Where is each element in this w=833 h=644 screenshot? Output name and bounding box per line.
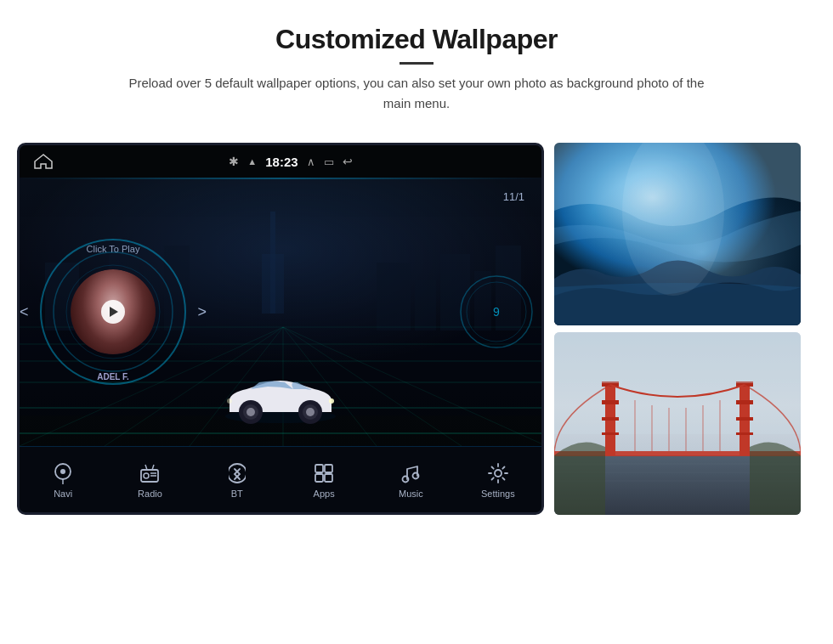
car-3d-svg <box>212 357 348 433</box>
svg-point-36 <box>329 398 334 404</box>
play-button[interactable] <box>101 300 125 324</box>
svg-point-54 <box>495 470 502 477</box>
navi-icon <box>51 461 75 485</box>
svg-rect-48 <box>315 465 323 472</box>
svg-point-47 <box>229 464 246 483</box>
music-label: Music <box>399 489 423 499</box>
page-title: Customized Wallpaper <box>128 24 706 55</box>
music-player: Click To Play ADEL F. <box>37 235 190 388</box>
svg-rect-67 <box>602 400 619 404</box>
time-display: 18:23 <box>265 155 298 169</box>
apps-label: Apps <box>314 489 335 499</box>
nav-item-radio[interactable]: Radio <box>116 461 184 499</box>
nav-item-settings[interactable]: Settings <box>464 461 532 499</box>
svg-rect-74 <box>736 432 753 435</box>
signal-icon: ▲ <box>247 156 257 167</box>
svg-rect-49 <box>325 465 332 472</box>
back-status-icon: ↩ <box>343 155 353 168</box>
page-subtitle: Preload over 5 default wallpaper options… <box>128 73 706 114</box>
car-screen: ✱ ▲ 18:23 ∧ ▭ ↩ <box>17 143 544 515</box>
svg-point-32 <box>246 408 255 416</box>
nav-item-bt[interactable]: BT <box>203 461 271 499</box>
expand-status-icon: ∧ <box>307 155 315 168</box>
nav-item-music[interactable]: Music <box>377 461 445 499</box>
bt-label: BT <box>231 489 243 499</box>
play-triangle-icon <box>110 307 118 317</box>
music-icon <box>399 461 422 485</box>
svg-rect-81 <box>554 332 801 383</box>
svg-rect-50 <box>315 474 323 482</box>
svg-rect-68 <box>602 417 619 421</box>
nav-bar: Navi Radio <box>20 446 541 512</box>
home-icon <box>33 153 54 170</box>
navi-label: Navi <box>54 489 72 499</box>
right-gauge-svg: 9 <box>458 274 535 350</box>
content-area: ✱ ▲ 18:23 ∧ ▭ ↩ <box>17 143 816 515</box>
bluetooth-status-icon: ✱ <box>229 155 239 168</box>
status-bar: ✱ ▲ 18:23 ∧ ▭ ↩ <box>20 145 541 178</box>
page-container: Customized Wallpaper Preload over 5 defa… <box>0 0 833 644</box>
svg-point-35 <box>306 408 314 416</box>
window-status-icon: ▭ <box>324 155 334 168</box>
svg-rect-72 <box>736 400 753 404</box>
svg-text:9: 9 <box>493 305 500 319</box>
settings-icon <box>486 461 510 485</box>
golden-gate-image <box>554 332 801 515</box>
nav-item-apps[interactable]: Apps <box>290 461 358 499</box>
ice-cave-image <box>554 143 801 325</box>
next-button[interactable]: > <box>197 303 207 321</box>
album-art <box>71 269 156 354</box>
svg-rect-69 <box>602 432 619 435</box>
status-center: ✱ ▲ 18:23 ∧ ▭ ↩ <box>229 155 352 169</box>
title-section: Customized Wallpaper Preload over 5 defa… <box>128 24 706 114</box>
bt-icon <box>225 461 249 485</box>
apps-icon <box>312 461 336 485</box>
svg-rect-51 <box>325 474 332 482</box>
wallpaper-thumb-ice[interactable] <box>554 143 801 325</box>
svg-point-37 <box>227 398 232 404</box>
screen-main: Click To Play ADEL F. <box>20 178 541 446</box>
prev-button[interactable]: < <box>20 303 29 321</box>
svg-point-42 <box>60 469 65 474</box>
settings-label: Settings <box>481 489 515 499</box>
radio-icon <box>138 461 162 485</box>
radio-label: Radio <box>138 489 162 499</box>
nav-item-navi[interactable]: Navi <box>29 461 97 499</box>
artist-name: ADEL F. <box>97 372 129 381</box>
wallpaper-thumbnails <box>554 143 801 515</box>
date-overlay: 11/1 <box>503 190 524 203</box>
title-divider <box>400 62 434 65</box>
wallpaper-thumb-bridge[interactable] <box>554 332 801 515</box>
svg-rect-73 <box>736 417 753 421</box>
svg-point-44 <box>144 473 149 478</box>
status-left <box>33 153 54 170</box>
